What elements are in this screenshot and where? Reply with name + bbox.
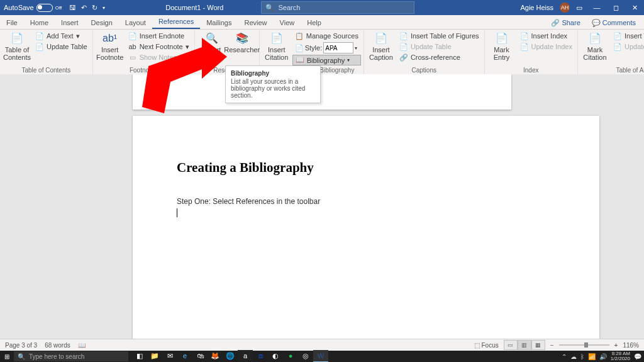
word-icon[interactable]: W	[313, 350, 328, 362]
search-placeholder: Search	[278, 4, 300, 11]
user-area: Agie Heiss AH ▭	[515, 3, 587, 13]
zoom-level[interactable]: 116%	[623, 342, 639, 349]
tab-view[interactable]: View	[274, 16, 301, 29]
save-icon[interactable]: 🖫	[69, 4, 76, 11]
undo-icon[interactable]: ↶	[81, 4, 87, 12]
app-icon[interactable]: ●	[283, 350, 298, 361]
table-of-contents-button[interactable]: 📄Table of Contents	[3, 31, 31, 62]
insert-toa-button[interactable]: 📄Insert Table of Authorities	[611, 31, 644, 41]
word-count[interactable]: 68 words	[45, 342, 70, 349]
update-icon: 📄	[35, 42, 44, 51]
tab-design[interactable]: Design	[85, 16, 119, 29]
dropbox-icon[interactable]: ⧈	[253, 350, 268, 361]
update-toa-icon: 📄	[613, 42, 622, 51]
document-heading[interactable]: Creating a Bibliography	[177, 160, 555, 176]
bibliography-button[interactable]: 📖Bibliography ▾	[292, 55, 361, 65]
group-label: Table of Contents	[3, 65, 90, 75]
edge-icon[interactable]: e	[177, 350, 192, 361]
endnote-icon: 📄	[128, 31, 137, 40]
manage-sources-button[interactable]: 📋Manage Sources	[292, 31, 361, 41]
notifications-icon[interactable]: 💬	[634, 353, 641, 360]
read-mode-icon[interactable]: ▭	[504, 340, 518, 350]
qat-dropdown-icon[interactable]: ▾	[103, 5, 105, 11]
cross-reference-button[interactable]: 🔗Cross-reference	[397, 52, 482, 62]
autosave-toggle[interactable]: AutoSave Off	[0, 4, 65, 12]
onedrive-icon[interactable]: ☁	[570, 353, 577, 360]
search-box[interactable]: 🔍 Search	[261, 1, 414, 14]
researcher-button[interactable]: 📚Researcher	[228, 31, 257, 55]
wifi-icon[interactable]: 📶	[588, 353, 596, 360]
maximize-button[interactable]: ◻	[606, 4, 625, 12]
insert-footnote-button[interactable]: ab¹Insert Footnote	[96, 31, 125, 62]
tray-chevron-icon[interactable]: ⌃	[562, 353, 567, 360]
start-button[interactable]: ⊞	[0, 351, 14, 362]
redo-icon[interactable]: ↻	[92, 4, 97, 12]
document-title: Document1 - Word	[109, 4, 261, 11]
group-label: Captions	[367, 65, 482, 75]
tab-file[interactable]: File	[0, 16, 24, 29]
minimize-button[interactable]: —	[587, 4, 606, 12]
volume-icon[interactable]: 🔊	[599, 353, 607, 360]
task-view-icon[interactable]: ◧	[132, 350, 147, 361]
quick-access-toolbar: 🖫 ↶ ↻ ▾	[65, 4, 109, 12]
store-icon[interactable]: 🛍	[192, 350, 208, 361]
insert-caption-button[interactable]: 📄Insert Caption	[367, 31, 396, 62]
username[interactable]: Agie Heiss	[520, 4, 553, 11]
manage-sources-icon: 📋	[295, 31, 304, 40]
taskbar-search[interactable]: 🔍Type here to search	[14, 351, 128, 361]
mail-icon[interactable]: ✉	[162, 350, 177, 361]
insert-citation-button[interactable]: 📄Insert Citation	[262, 31, 291, 62]
amazon-icon[interactable]: a	[238, 350, 253, 361]
app-icon[interactable]: ◐	[268, 350, 283, 361]
tab-layout[interactable]: Layout	[119, 16, 152, 29]
firefox-icon[interactable]: 🦊	[208, 350, 223, 361]
tab-insert[interactable]: Insert	[55, 16, 85, 29]
zoom-in-button[interactable]: +	[614, 342, 618, 349]
show-notes-icon: ▭	[128, 53, 137, 62]
search-icon: 🔍	[265, 4, 274, 12]
tab-references[interactable]: References	[152, 15, 200, 29]
mark-citation-icon: 📄	[589, 32, 601, 45]
document-canvas[interactable]: Creating a Bibliography Step One: Select…	[0, 74, 644, 351]
spellcheck-icon[interactable]: 📖	[78, 342, 86, 349]
windows-taskbar: ⊞ 🔍Type here to search ◧ 📁 ✉ e 🛍 🦊 🌐 a ⧈…	[0, 351, 644, 362]
style-selector[interactable]: 📄Style: ▾	[292, 42, 361, 54]
bluetooth-icon[interactable]: ᛒ	[580, 353, 584, 360]
zoom-slider[interactable]	[559, 344, 609, 346]
tab-home[interactable]: Home	[24, 16, 55, 29]
window-controls: — ◻ ✕	[587, 4, 644, 12]
group-captions: 📄Insert Caption 📄Insert Table of Figures…	[364, 30, 485, 75]
tab-help[interactable]: Help	[301, 16, 328, 29]
update-table-button[interactable]: 📄Update Table	[33, 42, 90, 52]
clock[interactable]: 8:28 AM1/2/2020	[611, 351, 630, 361]
chrome-icon[interactable]: 🌐	[223, 350, 238, 361]
insert-index-button[interactable]: 📄Insert Index	[518, 31, 575, 41]
web-layout-icon[interactable]: ▦	[531, 340, 545, 350]
page-current[interactable]: Creating a Bibliography Step One: Select…	[133, 116, 599, 351]
style-input[interactable]	[323, 42, 353, 54]
close-button[interactable]: ✕	[625, 4, 644, 12]
avatar[interactable]: AH	[560, 3, 570, 13]
ribbon-display-icon[interactable]: ▭	[576, 4, 582, 12]
zoom-out-button[interactable]: −	[550, 342, 554, 349]
mark-entry-button[interactable]: 📄Mark Entry	[487, 31, 516, 62]
bibliography-icon: 📖	[296, 56, 304, 64]
mark-citation-button[interactable]: 📄Mark Citation	[580, 31, 609, 62]
comments-button[interactable]: 💬 Comments	[587, 17, 640, 29]
add-text-button[interactable]: 📄Add Text ▾	[33, 31, 90, 41]
toggle-off-icon[interactable]	[36, 4, 53, 12]
tab-mailings[interactable]: Mailings	[200, 16, 238, 29]
focus-mode-button[interactable]: ⬚ Focus	[474, 342, 499, 349]
insert-tof-button[interactable]: 📄Insert Table of Figures	[397, 31, 482, 41]
document-line[interactable]: Step One: Select References in the toolb…	[177, 197, 555, 206]
share-button[interactable]: 🔗 Share	[547, 17, 584, 29]
print-layout-icon[interactable]: ▥	[518, 340, 531, 350]
ribbon: 📄Table of Contents 📄Add Text ▾ 📄Update T…	[0, 30, 644, 76]
update-tof-icon: 📄	[399, 42, 408, 51]
update-toa-button: 📄Update Table	[611, 42, 644, 52]
explorer-icon[interactable]: 📁	[147, 350, 162, 361]
group-toa: 📄Mark Citation 📄Insert Table of Authorit…	[578, 30, 644, 75]
tab-review[interactable]: Review	[238, 16, 274, 29]
app-icon[interactable]: ◎	[298, 350, 313, 361]
page-count[interactable]: Page 3 of 3	[5, 342, 37, 349]
